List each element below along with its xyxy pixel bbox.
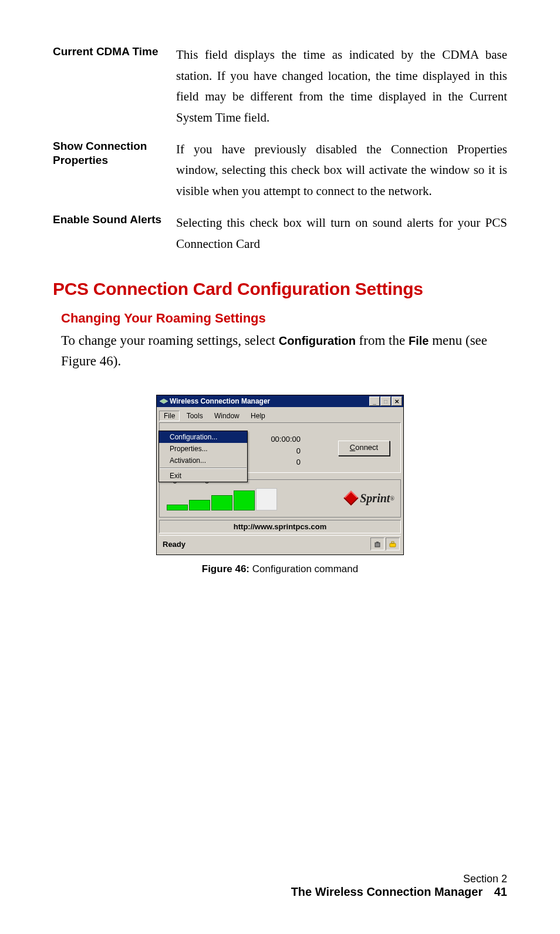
desc-enable-sound: Selecting this check box will turn on so… [176,209,507,261]
bytes-sent-value: 0 [271,445,301,457]
signal-bar-3 [211,495,232,510]
connect-label-rest: onnect [355,443,378,452]
status-icon-1[interactable] [370,537,384,550]
window-title-text: Wireless Connection Manager [170,397,270,405]
menu-item-properties[interactable]: Properties... [159,443,247,455]
window-titlebar[interactable]: Wireless Connection Manager _ □ ✕ [157,395,403,407]
term-enable-sound: Enable Sound Alerts [53,209,176,261]
window-client-area: File Tools Window Help Configuration... … [157,407,403,555]
signal-bar-1 [167,505,188,510]
signal-bar-4 [234,490,255,510]
bytes-recv-value: 0 [271,456,301,468]
para-bold-file: File [409,334,429,347]
para-bold-configuration: Configuration [279,334,356,347]
status-text: Ready [160,540,370,549]
page-number: 41 [494,885,507,898]
menu-tools[interactable]: Tools [182,411,208,421]
status-icon-2[interactable] [386,537,400,550]
connect-hotkey: C [350,443,355,452]
timer-value: 00:00:00 [271,434,301,445]
page-footer: Section 2 The Wireless Connection Manage… [291,873,507,899]
menu-file[interactable]: File [159,411,180,421]
section-heading: PCS Connection Card Configuration Settin… [53,279,507,299]
figure-label: Figure 46: [202,563,249,574]
sprint-logo: Sprint® [324,489,394,507]
wireless-connection-manager-window: Wireless Connection Manager _ □ ✕ File T… [156,395,404,555]
footer-section: Section 2 [291,873,507,885]
stats-readout: 00:00:00 0 0 [271,434,301,468]
svg-rect-0 [375,543,380,547]
signal-bar-2 [189,500,210,510]
menu-separator [160,468,247,469]
definitions-table: Current CDMA Time This field displays th… [53,41,507,261]
term-cdma-time: Current CDMA Time [53,41,176,136]
para-pre: To change your roaming settings, select [61,333,279,348]
sprint-text: Sprint [360,492,390,505]
menu-help[interactable]: Help [246,411,270,421]
subsection-heading: Changing Your Roaming Settings [61,311,507,326]
svg-rect-1 [390,543,396,547]
file-dropdown: Configuration... Properties... Activatio… [158,431,248,482]
sprint-reg-mark: ® [390,495,394,502]
menu-item-exit[interactable]: Exit [159,470,247,482]
menu-item-activation[interactable]: Activation... [159,455,247,466]
sprint-diamond-icon [344,490,359,505]
figure-46: Wireless Connection Manager _ □ ✕ File T… [53,395,507,575]
app-icon [159,398,167,404]
menubar: File Tools Window Help [159,409,401,422]
svg-rect-2 [392,542,394,543]
menu-item-configuration[interactable]: Configuration... [159,431,247,443]
figure-text: Configuration command [249,563,358,574]
connect-button[interactable]: Connect [338,441,390,456]
status-bar: Ready [159,535,401,552]
desc-show-conn-props: If you have previously disabled the Conn… [176,136,507,209]
figure-caption: Figure 46: Configuration command [53,563,507,575]
close-button[interactable]: ✕ [392,397,402,406]
roaming-paragraph: To change your roaming settings, select … [61,331,507,371]
maximize-button[interactable]: □ [380,397,391,406]
term-show-conn-props: Show Connection Properties [53,136,176,209]
para-mid: from the [356,333,409,348]
url-bar[interactable]: http://www.sprintpcs.com [159,520,401,533]
minimize-button[interactable]: _ [369,397,380,406]
desc-cdma-time: This field displays the time as indicate… [176,41,507,136]
signal-bar-5-empty [256,488,277,510]
footer-title: The Wireless Connection Manager [291,885,483,898]
menu-window[interactable]: Window [210,411,244,421]
